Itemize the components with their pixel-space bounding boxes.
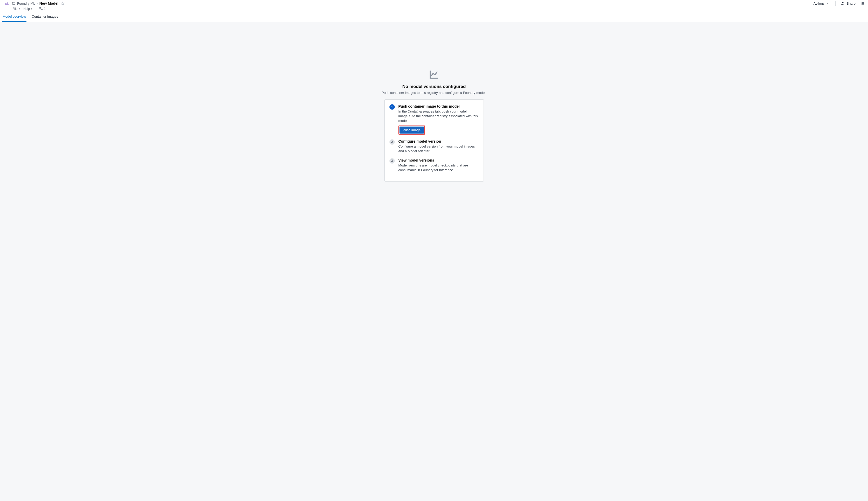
app-logo-icon[interactable]	[4, 0, 10, 7]
step-number-badge: 3	[389, 158, 395, 164]
step-description: In the Container images tab, push your m…	[399, 109, 479, 124]
step-description: Configure a model version from your mode…	[399, 144, 479, 153]
help-menu-label: Help	[23, 7, 30, 11]
svg-rect-7	[862, 2, 864, 5]
step-desc-emphasis: Container images	[408, 109, 434, 113]
caret-down-icon: ▼	[18, 8, 20, 10]
step-title: View model versions	[399, 158, 479, 162]
main-content: No model versions configured Push contai…	[0, 22, 868, 500]
divider	[835, 1, 836, 6]
breadcrumb-current: New Model	[40, 1, 59, 6]
actions-label: Actions	[814, 2, 825, 6]
step-2: 2 Configure model version Configure a mo…	[389, 139, 479, 158]
step-title: Push container image to this model	[399, 104, 479, 108]
empty-state-subtitle: Push container images to this registry a…	[382, 91, 486, 95]
graph-icon	[39, 7, 43, 11]
step-desc-text: In the	[399, 109, 408, 113]
step-body: Configure model version Configure a mode…	[399, 139, 479, 153]
app-header: Foundry ML › New Model Actions Share Fil…	[0, 0, 868, 12]
push-image-highlight: Push image	[399, 126, 425, 135]
share-label: Share	[846, 2, 856, 6]
breadcrumb: Foundry ML › New Model	[12, 1, 810, 6]
help-menu[interactable]: Help ▼	[23, 7, 33, 11]
empty-state-title: No model versions configured	[402, 84, 466, 89]
step-body: View model versions Model versions are m…	[399, 158, 479, 172]
step-1: 1 Push container image to this model In …	[389, 104, 479, 139]
step-body: Push container image to this model In th…	[399, 104, 479, 135]
svg-rect-6	[861, 4, 861, 5]
people-icon	[841, 2, 845, 5]
svg-rect-8	[40, 8, 41, 9]
folder-icon	[12, 2, 15, 5]
actions-dropdown[interactable]: Actions	[812, 1, 830, 6]
share-button[interactable]: Share	[841, 2, 856, 6]
tab-container-images[interactable]: Container images	[31, 12, 59, 22]
step-title: Configure model version	[399, 139, 479, 143]
svg-point-2	[842, 2, 843, 3]
tab-model-overview[interactable]: Model overview	[2, 12, 27, 22]
graph-count-value: 1	[44, 7, 46, 11]
tab-bar: Model overview Container images	[0, 12, 868, 22]
push-image-button[interactable]: Push image	[400, 127, 424, 134]
caret-down-icon: ▼	[31, 8, 33, 10]
breadcrumb-parent[interactable]: Foundry ML	[17, 2, 35, 6]
svg-rect-4	[861, 2, 861, 3]
chart-line-icon	[428, 69, 440, 81]
step-number-badge: 1	[389, 104, 395, 110]
step-description: Model versions are model checkpoints tha…	[399, 163, 479, 172]
step-3: 3 View model versions Model versions are…	[389, 158, 479, 172]
favorite-star-icon[interactable]	[61, 2, 65, 5]
lineage-graph-button[interactable]: 1	[39, 7, 46, 11]
svg-marker-1	[61, 2, 64, 5]
svg-rect-9	[42, 9, 43, 10]
file-menu[interactable]: File ▼	[12, 7, 20, 11]
breadcrumb-separator: ›	[36, 2, 38, 6]
svg-rect-5	[861, 3, 861, 4]
panel-toggle-icon[interactable]	[860, 1, 864, 6]
header-top-row: Foundry ML › New Model Actions Share	[0, 0, 868, 7]
divider	[36, 7, 36, 11]
chevron-down-icon	[826, 2, 828, 5]
step-number-badge: 2	[389, 139, 395, 145]
svg-rect-0	[12, 2, 15, 4]
svg-point-3	[843, 3, 844, 4]
header-sub-row: File ▼ Help ▼ 1	[0, 7, 868, 12]
file-menu-label: File	[12, 7, 18, 11]
steps-card: 1 Push container image to this model In …	[384, 99, 484, 182]
